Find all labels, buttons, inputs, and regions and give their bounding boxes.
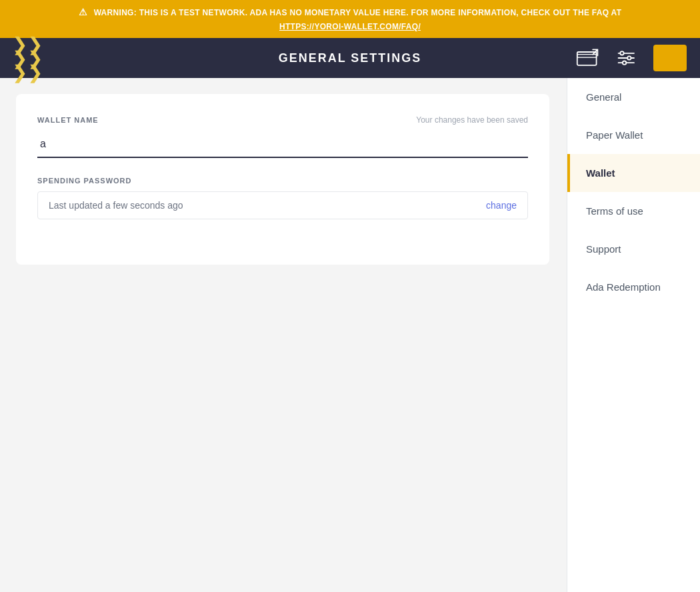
sidebar-item-ada-redemption[interactable]: Ada Redemption (567, 268, 700, 306)
svg-point-7 (623, 61, 626, 65)
sidebar: General Paper Wallet Wallet Terms of use… (567, 78, 700, 592)
header-actions (573, 43, 687, 73)
sidebar-item-ada-redemption-label: Ada Redemption (586, 281, 661, 293)
sidebar-item-paper-wallet-label: Paper Wallet (586, 129, 643, 141)
svg-point-6 (627, 56, 631, 59)
warning-link[interactable]: HTTPS://YOROI-WALLET.COM/FAQ/ (11, 21, 689, 33)
spending-password-label: SPENDING PASSWORD (37, 177, 528, 185)
wallet-export-button[interactable] (573, 43, 603, 73)
wallet-name-group: WALLET NAME Your changes have been saved (37, 115, 528, 158)
warning-icon: ⚠ (79, 5, 87, 19)
sidebar-item-wallet[interactable]: Wallet (567, 154, 700, 192)
warning-banner: ⚠ WARNING: THIS IS A TEST NETWORK. ADA H… (0, 0, 700, 38)
wallet-name-label: WALLET NAME Your changes have been saved (37, 115, 528, 125)
logo: ❯❯ ❯❯ ❯❯ (13, 44, 41, 72)
sidebar-item-support[interactable]: Support (567, 230, 700, 268)
svg-rect-1 (577, 55, 597, 58)
settings-card: WALLET NAME Your changes have been saved… (16, 94, 549, 265)
settings-sliders-icon (616, 46, 640, 70)
page-title: GENERAL SETTINGS (279, 51, 422, 65)
sidebar-item-terms-of-use-label: Terms of use (586, 205, 643, 217)
svg-point-5 (620, 51, 623, 55)
password-field-wrapper: Last updated a few seconds ago change (37, 191, 528, 219)
wallet-export-icon (576, 46, 600, 70)
sidebar-item-general-label: General (586, 91, 621, 103)
change-password-button[interactable]: change (486, 200, 517, 211)
header: ❯❯ ❯❯ ❯❯ GENERAL SETTINGS (0, 38, 700, 78)
sidebar-item-paper-wallet[interactable]: Paper Wallet (567, 116, 700, 154)
content-area: WALLET NAME Your changes have been saved… (0, 78, 567, 592)
sidebar-item-wallet-label: Wallet (586, 167, 615, 179)
sidebar-item-terms-of-use[interactable]: Terms of use (567, 192, 700, 230)
main-layout: WALLET NAME Your changes have been saved… (0, 78, 700, 592)
logo-chevrons: ❯❯ ❯❯ ❯❯ (12, 37, 43, 79)
password-last-updated: Last updated a few seconds ago (49, 200, 183, 211)
logo-icon: ❯❯ ❯❯ ❯❯ (13, 44, 41, 72)
active-indicator (653, 45, 687, 71)
save-message: Your changes have been saved (416, 115, 528, 125)
settings-button[interactable] (613, 43, 643, 73)
sidebar-item-support-label: Support (586, 243, 621, 255)
warning-text: WARNING: THIS IS A TEST NETWORK. ADA HAS… (94, 8, 622, 17)
sidebar-item-general[interactable]: General (567, 78, 700, 116)
wallet-name-input[interactable] (37, 131, 528, 158)
spending-password-group: SPENDING PASSWORD Last updated a few sec… (37, 177, 528, 219)
